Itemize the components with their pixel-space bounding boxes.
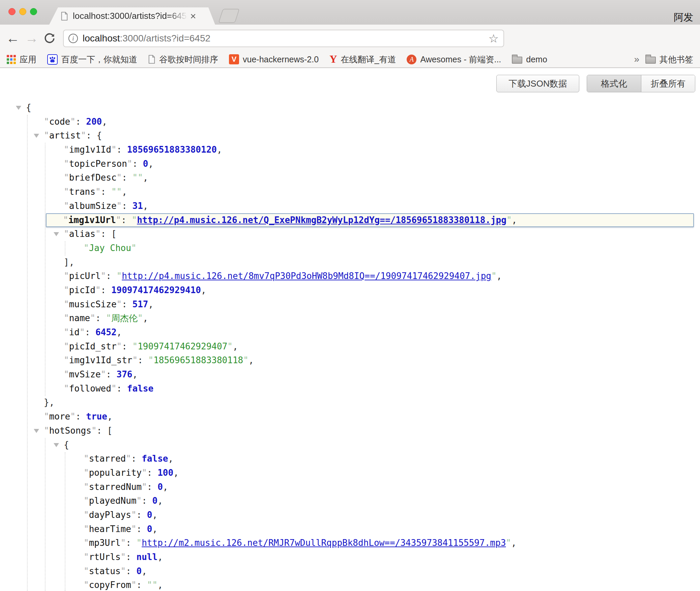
collapse-toggle-icon[interactable] <box>54 232 59 236</box>
json-punctuation: : <box>101 187 111 197</box>
tab-title: localhost:3000/artists?id=6452 <box>73 11 187 21</box>
fullscreen-window-button[interactable] <box>30 8 37 15</box>
bookmark-label: vue-hackernews-2.0 <box>243 55 319 64</box>
bookmark-vue-hackernews[interactable]: V vue-hackernews-2.0 <box>229 54 319 64</box>
json-link[interactable]: http://m2.music.126.net/RMJR7wDullRqppBk… <box>142 538 506 548</box>
json-punctuation: : <box>137 580 147 590</box>
browser-tab[interactable]: localhost:3000/artists?id=6452 × <box>49 7 215 25</box>
json-value: 376 <box>117 369 133 379</box>
bookmark-google-sort[interactable]: 谷歌按时间排序 <box>148 54 218 65</box>
collapse-toggle-icon[interactable] <box>34 429 39 433</box>
format-button[interactable]: 格式化 <box>587 75 641 92</box>
json-value: 517 <box>133 299 148 309</box>
json-value: 31 <box>133 201 143 211</box>
json-punctuation: , <box>173 468 179 478</box>
json-key: followed <box>69 383 111 394</box>
json-punctuation: : [ <box>97 426 113 436</box>
collapse-toggle-icon[interactable] <box>34 134 39 138</box>
bookmark-youdao[interactable]: Y 在线翻译_有道 <box>329 53 396 65</box>
url-text[interactable]: localhost:3000/artists?id=6452 <box>83 33 485 44</box>
json-punctuation: , <box>143 313 148 323</box>
json-row: "img1v1Id_str": "18569651883380118", <box>0 353 700 368</box>
new-tab-button[interactable] <box>218 9 240 23</box>
close-window-button[interactable] <box>8 8 16 15</box>
json-row: "status": 0, <box>0 564 700 579</box>
youdao-y-icon: Y <box>329 53 337 65</box>
json-value: 0 <box>143 159 148 169</box>
json-link[interactable]: http://p4.music.126.net/8mv7qP30Pd3oHW8b… <box>122 271 491 281</box>
json-punctuation: : <box>126 552 136 562</box>
json-row: "more": true, <box>0 410 700 424</box>
json-punctuation: : <box>106 271 116 281</box>
collapse-toggle-icon[interactable] <box>54 443 59 447</box>
page-info-icon[interactable]: i <box>68 34 78 43</box>
awesomes-a-icon: A <box>407 55 416 64</box>
json-punctuation: , <box>168 454 173 464</box>
download-json-button[interactable]: 下载JSON数据 <box>496 75 579 92</box>
bookmark-apps[interactable]: 应用 <box>7 54 36 65</box>
json-key: dayPlays <box>89 510 131 520</box>
bookmark-star-icon[interactable]: ☆ <box>489 32 499 45</box>
bookmark-baidu[interactable]: 百度一下，你就知道 <box>47 54 137 65</box>
json-punctuation: : <box>117 383 127 394</box>
json-punctuation: , <box>107 411 113 422</box>
json-value: false <box>142 454 168 464</box>
bookmarks-overflow-icon[interactable]: » <box>634 54 639 65</box>
json-punctuation: : <box>76 411 86 422</box>
json-key: starred <box>89 454 126 464</box>
json-punctuation: { <box>64 440 69 450</box>
reload-button[interactable] <box>43 32 56 46</box>
json-punctuation: , <box>233 341 238 351</box>
json-row: "code": 200, <box>0 115 700 129</box>
json-key: rtUrls <box>89 552 121 562</box>
json-punctuation: , <box>102 117 107 127</box>
json-key: copyFrom <box>89 580 131 590</box>
json-row: "picUrl": "http://p4.music.126.net/8mv7q… <box>0 269 700 283</box>
bookmark-awesomes[interactable]: A Awesomes - 前端资... <box>407 54 501 65</box>
collapse-all-button[interactable]: 折叠所有 <box>641 75 695 92</box>
back-button[interactable]: ← <box>6 31 20 45</box>
url-bar[interactable]: i localhost:3000/artists?id=6452 ☆ <box>63 30 504 47</box>
json-key: code <box>49 117 70 127</box>
json-punctuation: : { <box>86 130 102 141</box>
other-bookmarks[interactable]: 其他书签 <box>645 54 693 65</box>
json-punctuation: : <box>101 285 111 295</box>
bookmark-label: 谷歌按时间排序 <box>159 54 218 65</box>
apps-grid-icon <box>7 55 16 64</box>
json-row: "musicSize": 517, <box>0 298 700 312</box>
json-key: mvSize <box>69 369 101 379</box>
json-link[interactable]: http://p4.music.126.net/Q_ExePNkmgB2yWyL… <box>137 215 506 225</box>
json-punctuation: : <box>122 299 132 309</box>
json-punctuation: : <box>85 327 95 337</box>
json-punctuation: : <box>95 313 106 323</box>
tab-title-wrap: localhost:3000/artists?id=6452 <box>73 11 187 21</box>
json-row: "followed": false <box>0 382 700 396</box>
json-punctuation: , <box>157 496 163 506</box>
tab-close-icon[interactable]: × <box>190 11 196 21</box>
json-punctuation: , <box>143 201 148 211</box>
page-icon <box>61 12 68 21</box>
json-row: "mp3Url": "http://m2.music.126.net/RMJR7… <box>0 536 700 550</box>
profile-name[interactable]: 阿发 <box>674 11 693 24</box>
json-value: true <box>86 411 107 422</box>
json-value: false <box>127 383 153 394</box>
json-punctuation: , <box>157 552 163 562</box>
collapse-toggle-icon[interactable] <box>16 106 21 110</box>
json-punctuation: : <box>121 215 132 225</box>
json-key: mp3Url <box>89 538 121 548</box>
json-punctuation: : <box>142 496 152 506</box>
json-value: 0 <box>152 496 158 506</box>
bookmark-folder-demo[interactable]: demo <box>512 55 547 64</box>
forward-button[interactable]: → <box>25 31 38 45</box>
json-row: "img1v1Url": "http://p4.music.126.net/Q_… <box>46 213 694 227</box>
json-row: "copyFrom": "", <box>0 578 700 591</box>
bookmark-label: Awesomes - 前端资... <box>420 54 501 65</box>
json-key: playedNum <box>89 496 137 506</box>
json-punctuation: : <box>126 538 136 548</box>
view-mode-toggle: 格式化 折叠所有 <box>587 75 695 92</box>
minimize-window-button[interactable] <box>19 8 26 15</box>
json-punctuation: , <box>163 482 168 492</box>
json-punctuation: , <box>152 524 158 534</box>
json-punctuation: , <box>201 285 206 295</box>
json-punctuation: , <box>148 159 153 169</box>
